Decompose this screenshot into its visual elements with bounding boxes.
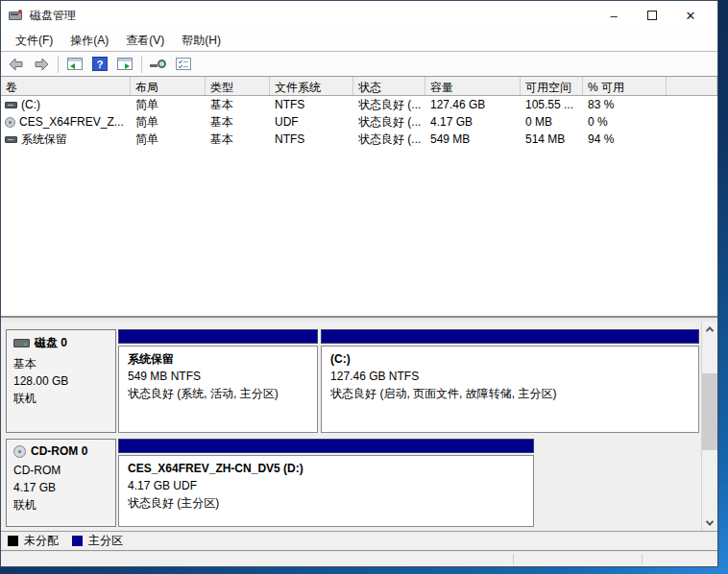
column-header-layout[interactable]: 布局	[131, 77, 206, 95]
back-button[interactable]	[5, 54, 28, 75]
volume-layout: 简单	[131, 132, 206, 148]
menubar: 文件(F) 操作(A) 查看(V) 帮助(H)	[1, 30, 717, 51]
volume-type: 基本	[206, 97, 270, 113]
volume-list-pane: 卷 布局 类型 文件系统 状态 容量 可用空间 % 可用 (C:) 简单 基本 …	[1, 77, 717, 317]
partition-status: 状态良好 (系统, 活动, 主分区)	[128, 385, 308, 402]
graphical-view-pane: 磁盘 0 基本 128.00 GB 联机 系统保留 549 MB NTFS	[1, 322, 717, 531]
scrollbar-track[interactable]	[702, 337, 718, 515]
drive-icon	[5, 136, 17, 143]
volume-pct-free: 94 %	[583, 132, 667, 146]
disk-kind: CD-ROM	[13, 462, 109, 479]
checklist-icon	[176, 58, 191, 70]
menu-help[interactable]: 帮助(H)	[173, 31, 230, 51]
minimize-icon: –	[610, 9, 617, 23]
disk-tool-button[interactable]	[147, 54, 170, 75]
partition-color-band	[321, 329, 699, 344]
volume-pct-free: 83 %	[583, 98, 667, 111]
console-tree-icon	[67, 58, 83, 70]
toolbar-separator	[58, 56, 59, 73]
legend-unallocated-label: 未分配	[24, 533, 59, 549]
disk-icon	[13, 339, 30, 347]
column-header-capacity[interactable]: 容量	[425, 77, 521, 95]
toolbar: ?	[1, 51, 717, 77]
drive-icon	[5, 102, 17, 108]
menu-view[interactable]: 查看(V)	[117, 31, 173, 51]
maximize-button[interactable]	[633, 2, 671, 29]
scroll-up-button[interactable]	[702, 322, 718, 337]
disk-0-label[interactable]: 磁盘 0 基本 128.00 GB 联机	[6, 329, 116, 433]
titlebar[interactable]: 磁盘管理 – ✕	[1, 1, 717, 30]
volume-free: 0 MB	[521, 115, 583, 129]
scroll-down-button[interactable]	[702, 515, 718, 531]
disk-management-window: 磁盘管理 – ✕ 文件(F) 操作(A) 查看(V) 帮助(H)	[0, 0, 718, 567]
volume-capacity: 127.46 GB	[425, 98, 521, 111]
volume-pct-free: 0 %	[583, 115, 667, 129]
show-console-tree-button[interactable]	[63, 54, 86, 75]
partition-title: CES_X64FREV_ZH-CN_DV5 (D:)	[128, 460, 524, 477]
column-header-type[interactable]: 类型	[206, 77, 270, 95]
magnifier-icon	[150, 58, 167, 71]
forward-button[interactable]	[30, 54, 53, 75]
partition-detail: 4.17 GB UDF	[128, 477, 524, 494]
status-divider	[513, 554, 514, 564]
volume-type: 基本	[206, 132, 270, 148]
volume-type: 基本	[206, 114, 270, 131]
vertical-scrollbar[interactable]	[701, 322, 717, 531]
scrollbar-thumb[interactable]	[702, 373, 718, 450]
menu-file[interactable]: 文件(F)	[7, 31, 61, 51]
column-header-status[interactable]: 状态	[353, 77, 425, 95]
volume-capacity: 549 MB	[425, 132, 521, 146]
cdrom-0-label[interactable]: CD-ROM 0 CD-ROM 4.17 GB 联机	[6, 439, 116, 527]
close-button[interactable]: ✕	[671, 2, 710, 29]
volume-fs: NTFS	[270, 98, 353, 111]
column-header-volume[interactable]: 卷	[1, 77, 131, 95]
properties-list-button[interactable]	[172, 54, 195, 75]
window-title: 磁盘管理	[30, 8, 76, 24]
status-divider	[642, 554, 643, 564]
app-icon	[9, 9, 24, 22]
partition-color-band	[118, 439, 534, 453]
volume-status: 状态良好 (...	[353, 132, 425, 148]
volume-layout: 简单	[131, 114, 206, 131]
volume-layout: 简单	[131, 97, 206, 113]
legend-primary-partition-label: 主分区	[88, 533, 123, 549]
volume-status: 状态良好 (...	[353, 97, 425, 113]
show-action-pane-button[interactable]	[113, 54, 136, 75]
disk-size: 4.17 GB	[13, 479, 109, 496]
disk-state: 联机	[13, 390, 109, 407]
column-header-pct-free[interactable]: % 可用	[583, 77, 667, 95]
action-pane-icon	[117, 58, 133, 70]
close-icon: ✕	[686, 9, 696, 23]
cd-icon	[5, 117, 15, 128]
column-header-empty[interactable]	[667, 77, 717, 95]
partition-c[interactable]: (C:) 127.46 GB NTFS 状态良好 (启动, 页面文件, 故障转储…	[321, 329, 699, 433]
disk-size: 128.00 GB	[13, 372, 109, 390]
maximize-icon	[647, 11, 657, 20]
partition-status: 状态良好 (启动, 页面文件, 故障转储, 主分区)	[330, 385, 690, 402]
volume-fs: NTFS	[270, 132, 353, 146]
volume-row-dvd[interactable]: CES_X64FREV_Z... 简单 基本 UDF 状态良好 (... 4.1…	[1, 113, 717, 131]
menu-action[interactable]: 操作(A)	[61, 31, 117, 51]
volume-status: 状态良好 (...	[353, 114, 425, 131]
volume-name: CES_X64FREV_Z...	[19, 115, 124, 129]
legend-bar: 未分配 主分区	[1, 531, 717, 550]
volume-name: (C:)	[21, 98, 40, 111]
partition-status: 状态良好 (主分区)	[128, 494, 524, 512]
partition-d[interactable]: CES_X64FREV_ZH-CN_DV5 (D:) 4.17 GB UDF 状…	[118, 439, 534, 527]
partition-system-reserved[interactable]: 系统保留 549 MB NTFS 状态良好 (系统, 活动, 主分区)	[118, 329, 318, 433]
help-icon: ?	[92, 57, 108, 71]
primary-partition-color-swatch	[72, 536, 83, 546]
desktop: 磁盘管理 – ✕ 文件(F) 操作(A) 查看(V) 帮助(H)	[0, 0, 728, 574]
volume-row-system-reserved[interactable]: 系统保留 简单 基本 NTFS 状态良好 (... 549 MB 514 MB …	[1, 131, 717, 148]
volume-fs: UDF	[270, 115, 353, 129]
volume-free: 105.55 ...	[521, 98, 583, 111]
volume-list-header: 卷 布局 类型 文件系统 状态 容量 可用空间 % 可用	[1, 77, 717, 96]
help-button[interactable]: ?	[88, 54, 111, 75]
minimize-button[interactable]: –	[595, 2, 633, 29]
volume-row-c[interactable]: (C:) 简单 基本 NTFS 状态良好 (... 127.46 GB 105.…	[1, 96, 717, 113]
partition-color-band	[118, 329, 318, 344]
cdrom-icon	[13, 445, 26, 458]
back-arrow-icon	[9, 58, 24, 71]
column-header-filesystem[interactable]: 文件系统	[270, 77, 353, 95]
column-header-free-space[interactable]: 可用空间	[521, 77, 583, 95]
